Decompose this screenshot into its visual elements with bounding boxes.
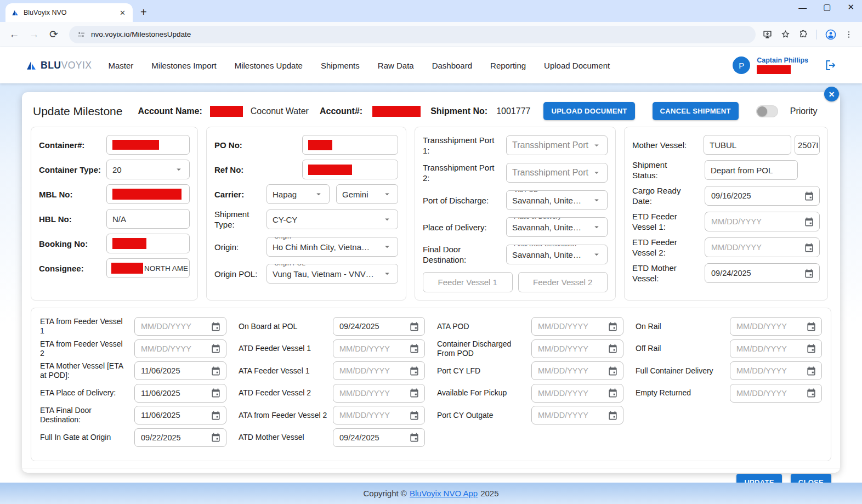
milestone-date-input[interactable]: 09/24/2025 [333,317,425,336]
mbl-no-input[interactable] [106,184,190,204]
reload-button[interactable]: ⟳ [45,26,63,43]
user-avatar[interactable]: P [733,56,750,74]
milestone-date-input[interactable]: MM/DD/YYYY [333,339,425,358]
install-app-icon[interactable] [762,29,773,39]
place-of-delivery-select[interactable]: Place of Delivery Savannah, Unite… [506,217,608,237]
cancel-shipment-button[interactable]: CANCEL SHIPMENT [653,102,739,120]
modal-close-button[interactable]: ✕ [824,87,839,101]
window-maximize-icon[interactable]: ▢ [823,2,831,12]
nav-item-shipments[interactable]: Shipments [321,61,360,70]
milestone-date-input[interactable]: MM/DD/YYYY [531,339,623,358]
ref-no-input[interactable] [302,160,398,179]
chevron-down-icon [592,140,602,150]
milestone-date-input[interactable]: 09/22/2025 [134,428,226,447]
browser-tab[interactable]: BluVoyix NVO ✕ [5,3,133,22]
window-close-icon[interactable]: ✕ [847,2,854,12]
transshipment-port-1-select[interactable]: Transshipment Port [506,135,608,155]
calendar-icon [409,410,419,421]
nav-item-upload-document[interactable]: Upload Document [544,61,610,70]
nav-item-raw-data[interactable]: Raw Data [378,61,414,70]
feeder-vessel-2-button[interactable]: Feeder Vessel 2 [518,272,608,292]
milestone-date-input[interactable]: MM/DD/YYYY [531,406,623,424]
milestone-date-input[interactable]: 11/06/2025 [134,384,226,403]
back-button[interactable]: ← [5,26,23,43]
etd-feeder-vessel-2-placeholder: MM/DD/YYYY [711,243,762,252]
milestone-date-input[interactable]: MM/DD/YYYY [333,361,425,380]
mother-vessel-input[interactable]: TUBUL [704,135,791,155]
etd-feeder-vessel-1-input[interactable]: MM/DD/YYYY [705,212,820,231]
site-settings-icon[interactable] [77,30,86,39]
container-no-label: Container#: [39,140,106,150]
milestone-field-row: On Rail MM/DD/YYYY [636,317,822,336]
shipment-status-input[interactable]: Depart from POL [705,160,798,180]
final-door-destination-select[interactable]: Final Door Destination Savannah, Unite… [506,245,608,264]
milestone-field-row: ETA from Feeder Vessel 2 MM/DD/YYYY [40,339,226,358]
account-name-value: Coconut Water [251,106,309,116]
milestone-date-input[interactable]: 11/06/2025 [134,406,226,424]
milestone-field-row: Full In Gate at Origin 09/22/2025 [40,428,226,447]
chevron-down-icon [382,269,392,279]
milestone-date-input[interactable]: 11/06/2025 [134,361,226,380]
chevron-down-icon [314,189,324,199]
alliance-select[interactable]: Gemini [336,184,398,204]
bookmark-star-icon[interactable] [780,29,791,39]
cargo-ready-date-input[interactable]: 09/16/2025 [705,186,820,206]
port-of-discharge-select[interactable]: Via POD Savannah, Unite… [506,190,608,210]
origin-select[interactable]: Origin Ho Chi Minh City, Vietna… [266,237,398,257]
upload-document-button[interactable]: UPLOAD DOCUMENT [543,102,634,120]
modal-header: Update Milestone Account Name: Coconut W… [31,100,831,127]
account-name-label: Account Name: [138,106,202,116]
carrier-select[interactable]: Hapag [266,184,330,204]
milestone-date-input[interactable]: MM/DD/YYYY [134,317,226,336]
nav-item-milestones-update[interactable]: Milestones Update [235,61,303,70]
origin-pol-select[interactable]: Origin POL Vung Tau, Vietnam - VNV… [266,264,398,284]
feeder-vessel-1-button[interactable]: Feeder Vessel 1 [423,272,513,292]
milestone-date-input[interactable]: MM/DD/YYYY [333,384,425,403]
tab-close-icon[interactable]: ✕ [118,9,127,17]
container-type-select[interactable]: 20 [106,160,190,179]
transshipment-port-2-select[interactable]: Transshipment Port [506,163,608,183]
user-detail-redacted [757,65,791,74]
chevron-down-icon [382,189,392,199]
container-no-input[interactable] [106,135,190,155]
new-tab-button[interactable]: + [140,6,147,19]
calendar-icon [804,191,814,201]
window-minimize-icon[interactable]: — [798,3,807,12]
browser-menu-kebab-icon[interactable] [844,30,853,39]
nav-item-dashboard[interactable]: Dashboard [432,61,472,70]
extensions-puzzle-icon[interactable] [798,29,809,39]
voyage-input[interactable]: 2507I [795,135,820,155]
update-milestone-modal: ✕ Update Milestone Account Name: Coconut… [22,92,840,473]
address-bar[interactable]: nvo.voyix.io/MilestonesUpdate [69,26,756,43]
hbl-no-input[interactable]: N/A [106,209,190,229]
shipment-type-select[interactable]: CY-CY [266,209,398,229]
milestone-date-input[interactable]: MM/DD/YYYY [730,339,822,358]
milestone-date-input[interactable]: MM/DD/YYYY [531,384,623,403]
priority-toggle[interactable] [756,105,778,117]
nav-item-master[interactable]: Master [108,61,133,70]
milestone-date-input[interactable]: MM/DD/YYYY [730,317,822,336]
nav-item-milestones-import[interactable]: Milestones Import [151,61,216,70]
po-no-input[interactable] [302,135,398,155]
milestone-date-input[interactable]: MM/DD/YYYY [134,339,226,358]
profile-avatar-icon[interactable] [825,29,837,41]
bluvoyix-logo[interactable]: BLUVOYIX [25,60,92,71]
nav-item-reporting[interactable]: Reporting [490,61,526,70]
milestone-date-input[interactable]: MM/DD/YYYY [531,361,623,380]
milestone-date-input[interactable]: MM/DD/YYYY [730,384,822,403]
milestone-date-input[interactable]: MM/DD/YYYY [333,406,425,424]
consignee-input[interactable]: NORTH AME [106,258,190,278]
milestone-label: On Board at POL [239,322,333,331]
calendar-icon [608,366,618,376]
booking-no-input[interactable] [106,234,190,253]
app-footer-link[interactable]: BluVoyix NVO App [410,489,478,498]
forward-button[interactable]: → [25,26,43,43]
milestone-date-input[interactable]: MM/DD/YYYY [730,361,822,380]
milestone-date-input[interactable]: MM/DD/YYYY [531,317,623,336]
milestone-date-input[interactable]: 09/24/2025 [333,428,425,447]
calendar-icon [409,388,419,398]
milestone-column-eta: ETA from Feeder Vessel 1 MM/DD/YYYY ETA … [40,317,226,450]
logout-icon[interactable] [824,59,837,72]
etd-feeder-vessel-2-input[interactable]: MM/DD/YYYY [705,237,820,257]
etd-mother-vessel-input[interactable]: 09/24/2025 [705,263,820,283]
